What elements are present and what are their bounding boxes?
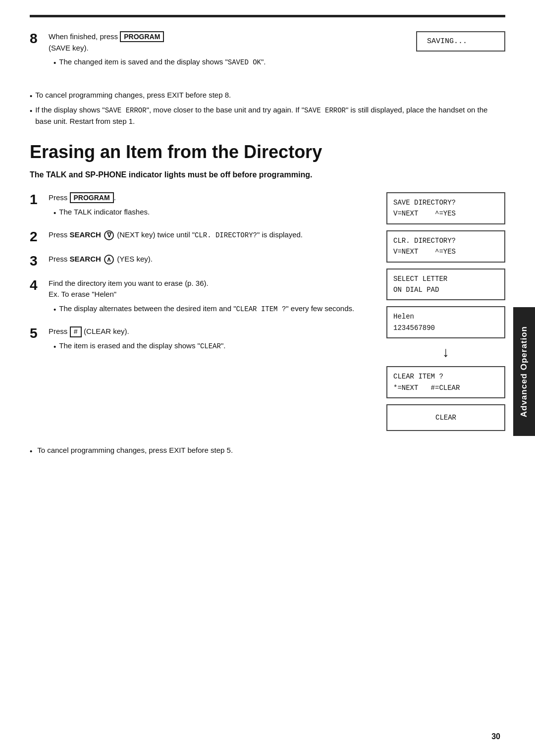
step8-section: 8 When finished, press PROGRAM (SAVE key… bbox=[30, 31, 505, 80]
top-bullet2: • To cancel programming changes, press E… bbox=[30, 90, 505, 102]
step8-display: SAVING... bbox=[416, 31, 505, 52]
step2-clr-display: CLR. DIRECTORY? bbox=[195, 231, 257, 239]
section-title: Erasing an Item from the Directory bbox=[30, 141, 505, 162]
step8-program-key: PROGRAM bbox=[120, 31, 164, 42]
step8-bullet1-text: The changed item is saved and the displa… bbox=[59, 56, 266, 68]
steps-container: 1 Press PROGRAM. • The TALK indicator fl… bbox=[30, 192, 505, 431]
top-bullet2-text: To cancel programming changes, press EXI… bbox=[35, 90, 231, 101]
step8-content: When finished, press PROGRAM (SAVE key).… bbox=[49, 31, 396, 71]
exit-key-top: EXIT bbox=[167, 91, 183, 99]
step4-bullets: • The display alternates between the des… bbox=[54, 303, 372, 316]
step4-clear-item: CLEAR ITEM ? bbox=[236, 305, 286, 313]
step-1: 1 Press PROGRAM. • The TALK indicator fl… bbox=[30, 192, 372, 220]
step8-sub-bullets: • The changed item is saved and the disp… bbox=[54, 56, 396, 69]
step5-clear: CLEAR bbox=[200, 342, 221, 350]
steps-right: SAVE DIRECTORY? V=NEXT ^=YES CLR. DIRECT… bbox=[386, 192, 505, 431]
step3-search-bold: SEARCH bbox=[70, 255, 101, 263]
step2-search-bold: SEARCH bbox=[70, 230, 101, 239]
step5-number: 5 bbox=[30, 326, 49, 341]
save-error2: SAVE ERROR bbox=[304, 107, 346, 114]
step5-bullet-text: The item is erased and the display shows… bbox=[59, 340, 225, 352]
step-5: 5 Press # (CLEAR key). • The item is era… bbox=[30, 326, 372, 355]
side-tab-label: Advanced Operation bbox=[519, 326, 529, 417]
step5-bullets: • The item is erased and the display sho… bbox=[54, 340, 372, 353]
step5-bullet1: • The item is erased and the display sho… bbox=[54, 340, 372, 353]
step3-content: Press SEARCH ∧ (YES key). bbox=[49, 254, 372, 265]
bottom-note: • To cancel programming changes, press E… bbox=[30, 445, 505, 457]
step1-number: 1 bbox=[30, 192, 49, 208]
step8-saved-ok: SAVED OK bbox=[228, 58, 261, 66]
step-2: 2 Press SEARCH ∇ (NEXT key) twice until … bbox=[30, 229, 372, 245]
step1-program-key: PROGRAM bbox=[70, 192, 114, 203]
step5-hash-key: # bbox=[70, 326, 82, 337]
exit-key-bottom: EXIT bbox=[169, 446, 185, 454]
display-clr-directory: CLR. DIRECTORY? V=NEXT ^=YES bbox=[386, 230, 505, 263]
step8-text-before: When finished, press bbox=[49, 32, 120, 41]
display-helen: Helen 1234567890 bbox=[386, 306, 505, 338]
display-clear-item: CLEAR ITEM ? *=NEXT #=CLEAR bbox=[386, 366, 505, 398]
step-3: 3 Press SEARCH ∧ (YES key). bbox=[30, 254, 372, 269]
step4-number: 4 bbox=[30, 278, 49, 293]
steps-left: 1 Press PROGRAM. • The TALK indicator fl… bbox=[30, 192, 372, 431]
display-select-letter: SELECT LETTER ON DIAL PAD bbox=[386, 269, 505, 301]
top-bullets: • To cancel programming changes, press E… bbox=[30, 90, 505, 127]
arrow-indicator: ↓ bbox=[386, 345, 505, 359]
step4-bullet1: • The display alternates between the des… bbox=[54, 303, 372, 316]
step-8: 8 When finished, press PROGRAM (SAVE key… bbox=[30, 31, 396, 71]
step4-bullet-text: The display alternates between the desir… bbox=[59, 303, 354, 315]
save-error1: SAVE ERROR bbox=[105, 107, 147, 114]
saving-display: SAVING... bbox=[416, 31, 505, 52]
step2-content: Press SEARCH ∇ (NEXT key) twice until "C… bbox=[49, 229, 372, 241]
page-number: 30 bbox=[491, 732, 500, 741]
section-subtitle: The TALK and SP-PHONE indicator lights m… bbox=[30, 169, 505, 180]
step3-search-up: ∧ bbox=[104, 255, 114, 265]
display-save-directory: SAVE DIRECTORY? V=NEXT ^=YES bbox=[386, 192, 505, 224]
step1-content: Press PROGRAM. • The TALK indicator flas… bbox=[49, 192, 372, 220]
step1-bullets: • The TALK indicator flashes. bbox=[54, 207, 372, 219]
step3-number: 3 bbox=[30, 254, 49, 269]
step2-search-down: ∇ bbox=[104, 230, 114, 240]
step8-save-key-label: (SAVE key). bbox=[49, 44, 89, 52]
step8-left: 8 When finished, press PROGRAM (SAVE key… bbox=[30, 31, 396, 80]
step8-bullet1: • The changed item is saved and the disp… bbox=[54, 56, 396, 69]
bottom-note-text: To cancel programming changes, press EXI… bbox=[35, 445, 233, 456]
step1-talk-flash: The TALK indicator flashes. bbox=[59, 207, 150, 218]
step8-number: 8 bbox=[30, 31, 49, 47]
step4-content: Find the directory item you want to eras… bbox=[49, 278, 372, 318]
step1-bullet1: • The TALK indicator flashes. bbox=[54, 207, 372, 219]
step-4: 4 Find the directory item you want to er… bbox=[30, 278, 372, 318]
display-clear: CLEAR bbox=[386, 404, 505, 431]
top-bullet3: • If the display shows "SAVE ERROR", mov… bbox=[30, 105, 505, 127]
step2-number: 2 bbox=[30, 229, 49, 245]
step5-content: Press # (CLEAR key). • The item is erase… bbox=[49, 326, 372, 355]
top-bullet3-text: If the display shows "SAVE ERROR", move … bbox=[35, 105, 505, 127]
advanced-operation-tab: Advanced Operation bbox=[513, 307, 535, 436]
top-divider bbox=[30, 15, 505, 17]
